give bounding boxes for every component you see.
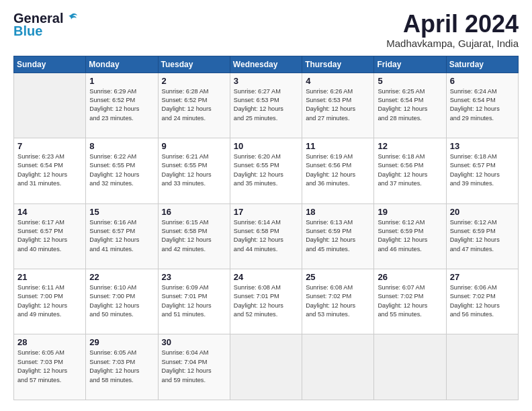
day-number: 8 — [89, 141, 154, 151]
calendar-body: 1Sunrise: 6:29 AMSunset: 6:52 PMDaylight… — [14, 73, 519, 400]
day-number: 9 — [162, 141, 226, 151]
day-info: Sunrise: 6:22 AMSunset: 6:55 PMDaylight:… — [89, 152, 154, 188]
calendar-cell: 29Sunrise: 6:05 AMSunset: 7:03 PMDayligh… — [86, 334, 158, 400]
calendar-cell — [14, 73, 86, 138]
calendar-cell: 22Sunrise: 6:10 AMSunset: 7:00 PMDayligh… — [86, 269, 158, 334]
day-info: Sunrise: 6:23 AMSunset: 6:54 PMDaylight:… — [17, 152, 82, 188]
day-info: Sunrise: 6:18 AMSunset: 6:56 PMDaylight:… — [378, 152, 442, 188]
day-info: Sunrise: 6:28 AMSunset: 6:52 PMDaylight:… — [162, 87, 226, 123]
day-number: 3 — [234, 76, 298, 86]
day-number: 27 — [450, 272, 515, 282]
calendar-cell: 7Sunrise: 6:23 AMSunset: 6:54 PMDaylight… — [14, 138, 86, 203]
calendar-cell: 12Sunrise: 6:18 AMSunset: 6:56 PMDayligh… — [374, 138, 446, 203]
calendar-cell: 20Sunrise: 6:12 AMSunset: 6:59 PMDayligh… — [446, 203, 518, 269]
day-number: 6 — [450, 76, 515, 86]
day-info: Sunrise: 6:08 AMSunset: 7:02 PMDaylight:… — [306, 283, 370, 319]
day-number: 26 — [378, 272, 442, 282]
day-info: Sunrise: 6:26 AMSunset: 6:53 PMDaylight:… — [306, 87, 370, 123]
calendar-cell: 24Sunrise: 6:08 AMSunset: 7:01 PMDayligh… — [230, 269, 302, 334]
day-number: 5 — [378, 76, 442, 86]
calendar-week-row: 28Sunrise: 6:05 AMSunset: 7:03 PMDayligh… — [14, 334, 519, 400]
calendar-cell: 23Sunrise: 6:09 AMSunset: 7:01 PMDayligh… — [158, 269, 230, 334]
calendar-cell — [446, 334, 518, 400]
day-number: 4 — [306, 76, 370, 86]
calendar-cell: 18Sunrise: 6:13 AMSunset: 6:59 PMDayligh… — [302, 203, 374, 269]
day-info: Sunrise: 6:04 AMSunset: 7:04 PMDaylight:… — [162, 349, 226, 384]
calendar-cell: 30Sunrise: 6:04 AMSunset: 7:04 PMDayligh… — [158, 334, 230, 400]
day-info: Sunrise: 6:10 AMSunset: 7:00 PMDaylight:… — [89, 283, 154, 319]
day-info: Sunrise: 6:06 AMSunset: 7:02 PMDaylight:… — [450, 283, 515, 319]
day-info: Sunrise: 6:24 AMSunset: 6:54 PMDaylight:… — [450, 87, 515, 123]
calendar-header-row: SundayMondayTuesdayWednesdayThursdayFrid… — [14, 56, 519, 73]
day-info: Sunrise: 6:16 AMSunset: 6:57 PMDaylight:… — [89, 218, 154, 254]
calendar-cell: 1Sunrise: 6:29 AMSunset: 6:52 PMDaylight… — [86, 73, 158, 138]
day-info: Sunrise: 6:05 AMSunset: 7:03 PMDaylight:… — [89, 349, 154, 384]
day-number: 16 — [162, 207, 226, 217]
day-info: Sunrise: 6:12 AMSunset: 6:59 PMDaylight:… — [450, 218, 515, 254]
day-number: 19 — [378, 207, 442, 217]
day-header-monday: Monday — [86, 56, 158, 73]
calendar-cell: 10Sunrise: 6:20 AMSunset: 6:55 PMDayligh… — [230, 138, 302, 203]
calendar-cell: 25Sunrise: 6:08 AMSunset: 7:02 PMDayligh… — [302, 269, 374, 334]
calendar-cell: 16Sunrise: 6:15 AMSunset: 6:58 PMDayligh… — [158, 203, 230, 269]
calendar-cell: 27Sunrise: 6:06 AMSunset: 7:02 PMDayligh… — [446, 269, 518, 334]
day-info: Sunrise: 6:21 AMSunset: 6:55 PMDaylight:… — [162, 152, 226, 188]
day-info: Sunrise: 6:13 AMSunset: 6:59 PMDaylight:… — [306, 218, 370, 254]
day-number: 2 — [162, 76, 226, 86]
logo: General Blue — [13, 11, 79, 39]
day-number: 29 — [89, 337, 154, 347]
calendar-cell: 3Sunrise: 6:27 AMSunset: 6:53 PMDaylight… — [230, 73, 302, 138]
logo-bird-icon — [64, 11, 79, 26]
calendar-cell — [302, 334, 374, 400]
day-number: 18 — [306, 207, 370, 217]
day-number: 20 — [450, 207, 515, 217]
calendar-cell: 26Sunrise: 6:07 AMSunset: 7:02 PMDayligh… — [374, 269, 446, 334]
day-info: Sunrise: 6:12 AMSunset: 6:59 PMDaylight:… — [378, 218, 442, 254]
calendar-cell: 8Sunrise: 6:22 AMSunset: 6:55 PMDaylight… — [86, 138, 158, 203]
day-header-saturday: Saturday — [446, 56, 518, 73]
day-info: Sunrise: 6:08 AMSunset: 7:01 PMDaylight:… — [234, 283, 298, 319]
day-number: 7 — [17, 141, 82, 151]
day-info: Sunrise: 6:20 AMSunset: 6:55 PMDaylight:… — [234, 152, 298, 188]
day-number: 11 — [306, 141, 370, 151]
day-info: Sunrise: 6:05 AMSunset: 7:03 PMDaylight:… — [17, 349, 82, 384]
day-info: Sunrise: 6:11 AMSunset: 7:00 PMDaylight:… — [17, 283, 82, 319]
calendar-cell — [230, 334, 302, 400]
location: Madhavkampa, Gujarat, India — [386, 38, 519, 49]
day-info: Sunrise: 6:19 AMSunset: 6:56 PMDaylight:… — [306, 152, 370, 188]
day-header-wednesday: Wednesday — [230, 56, 302, 73]
calendar-week-row: 1Sunrise: 6:29 AMSunset: 6:52 PMDaylight… — [14, 73, 519, 138]
day-number: 13 — [450, 141, 515, 151]
calendar-cell: 19Sunrise: 6:12 AMSunset: 6:59 PMDayligh… — [374, 203, 446, 269]
calendar-cell — [374, 334, 446, 400]
day-number: 12 — [378, 141, 442, 151]
calendar-cell: 15Sunrise: 6:16 AMSunset: 6:57 PMDayligh… — [86, 203, 158, 269]
day-info: Sunrise: 6:09 AMSunset: 7:01 PMDaylight:… — [162, 283, 226, 319]
calendar-cell: 4Sunrise: 6:26 AMSunset: 6:53 PMDaylight… — [302, 73, 374, 138]
calendar-week-row: 14Sunrise: 6:17 AMSunset: 6:57 PMDayligh… — [14, 203, 519, 269]
calendar-week-row: 7Sunrise: 6:23 AMSunset: 6:54 PMDaylight… — [14, 138, 519, 203]
calendar-cell: 11Sunrise: 6:19 AMSunset: 6:56 PMDayligh… — [302, 138, 374, 203]
day-number: 22 — [89, 272, 154, 282]
calendar-table: SundayMondayTuesdayWednesdayThursdayFrid… — [13, 56, 519, 400]
day-info: Sunrise: 6:25 AMSunset: 6:54 PMDaylight:… — [378, 87, 442, 123]
calendar-cell: 6Sunrise: 6:24 AMSunset: 6:54 PMDaylight… — [446, 73, 518, 138]
calendar-cell: 9Sunrise: 6:21 AMSunset: 6:55 PMDaylight… — [158, 138, 230, 203]
day-header-friday: Friday — [374, 56, 446, 73]
day-info: Sunrise: 6:29 AMSunset: 6:52 PMDaylight:… — [89, 87, 154, 123]
day-number: 30 — [162, 337, 226, 347]
day-number: 15 — [89, 207, 154, 217]
day-number: 23 — [162, 272, 226, 282]
calendar-cell: 28Sunrise: 6:05 AMSunset: 7:03 PMDayligh… — [14, 334, 86, 400]
day-header-thursday: Thursday — [302, 56, 374, 73]
title-block: April 2024 Madhavkampa, Gujarat, India — [386, 11, 519, 49]
day-info: Sunrise: 6:27 AMSunset: 6:53 PMDaylight:… — [234, 87, 298, 123]
day-info: Sunrise: 6:17 AMSunset: 6:57 PMDaylight:… — [17, 218, 82, 254]
day-info: Sunrise: 6:18 AMSunset: 6:57 PMDaylight:… — [450, 152, 515, 188]
day-number: 25 — [306, 272, 370, 282]
day-info: Sunrise: 6:07 AMSunset: 7:02 PMDaylight:… — [378, 283, 442, 319]
logo-blue: Blue — [13, 24, 42, 39]
calendar-cell: 13Sunrise: 6:18 AMSunset: 6:57 PMDayligh… — [446, 138, 518, 203]
day-number: 24 — [234, 272, 298, 282]
calendar-cell: 17Sunrise: 6:14 AMSunset: 6:58 PMDayligh… — [230, 203, 302, 269]
